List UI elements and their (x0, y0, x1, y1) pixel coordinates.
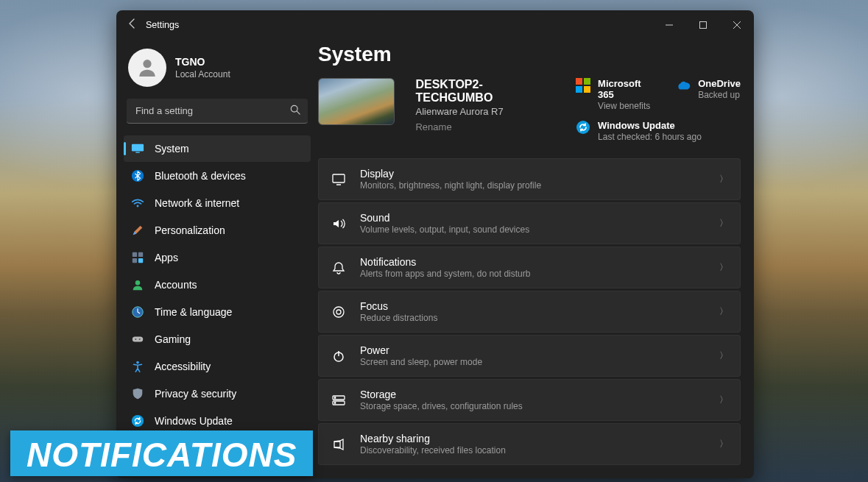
chevron-right-icon: 〉 (719, 261, 728, 274)
sidebar-item-label: Accounts (155, 279, 197, 291)
sidebar-item-label: Privacy & security (155, 388, 236, 400)
sidebar-item-personalization[interactable]: Personalization (124, 217, 311, 244)
focus-icon (331, 304, 347, 320)
setting-subtitle: Monitors, brightness, night light, displ… (360, 180, 706, 191)
minimize-icon (666, 21, 673, 29)
sidebar-item-label: Accessibility (155, 361, 211, 372)
sidebar-item-accessibility[interactable]: Accessibility (124, 353, 311, 380)
header-cards: Microsoft 365 View benefits OneDrive Bac… (576, 78, 741, 142)
svg-point-15 (135, 280, 140, 285)
sidebar-item-network[interactable]: Network & internet (124, 190, 311, 216)
search-input[interactable] (127, 99, 308, 124)
setting-subtitle: Volume levels, output, input, sound devi… (360, 224, 706, 235)
card-onedrive[interactable]: OneDrive Backed up (676, 78, 741, 111)
monitor-icon (131, 142, 144, 155)
profile-account-type: Local Account (175, 69, 230, 79)
chevron-right-icon: 〉 (719, 394, 728, 406)
svg-rect-1 (700, 22, 707, 29)
setting-row-notifications[interactable]: NotificationsAlerts from apps and system… (318, 247, 741, 288)
card-microsoft-365[interactable]: Microsoft 365 View benefits (576, 78, 654, 111)
svg-point-4 (143, 60, 151, 68)
chevron-right-icon: 〉 (719, 217, 728, 230)
device-model: Alienware Aurora R7 (415, 106, 555, 117)
title-bar: Settings (116, 10, 754, 40)
svg-rect-13 (133, 258, 137, 263)
wallpaper-preview (318, 78, 395, 125)
device-info: DESKTOP2-TECHGUMBO Alienware Aurora R7 R… (415, 78, 555, 132)
card-title: Windows Update (598, 120, 702, 131)
display-icon (331, 171, 347, 188)
setting-subtitle: Screen and sleep, power mode (360, 357, 706, 367)
microsoft-logo-icon (576, 78, 590, 93)
setting-row-storage[interactable]: StorageStorage space, drives, configurat… (318, 379, 741, 421)
close-button[interactable] (720, 10, 754, 40)
setting-row-nearby-sharing[interactable]: Nearby sharingDiscoverability, received … (318, 423, 741, 465)
sidebar-item-apps[interactable]: Apps (124, 244, 311, 271)
account-icon (131, 278, 144, 291)
back-button[interactable] (127, 18, 146, 32)
storage-icon (331, 392, 347, 408)
device-header: DESKTOP2-TECHGUMBO Alienware Aurora R7 R… (318, 78, 741, 142)
svg-rect-7 (132, 144, 144, 152)
setting-row-display[interactable]: DisplayMonitors, brightness, night light… (318, 158, 741, 200)
sidebar-item-label: Apps (155, 252, 178, 263)
close-icon (733, 21, 741, 29)
card-title: Microsoft 365 (598, 78, 654, 100)
setting-title: Power (360, 344, 706, 356)
window-controls (652, 10, 754, 40)
sidebar-item-gaming[interactable]: Gaming (124, 326, 311, 352)
card-title: OneDrive (698, 78, 741, 89)
profile-name: TGNO (175, 56, 230, 68)
svg-point-36 (334, 397, 336, 398)
power-icon (331, 348, 347, 364)
card-subtitle: Backed up (698, 90, 741, 100)
apps-icon (131, 251, 144, 264)
sidebar-item-label: Personalization (155, 224, 225, 236)
sidebar-item-system[interactable]: System (124, 135, 311, 162)
search-wrap (127, 99, 308, 124)
svg-rect-11 (133, 252, 137, 257)
setting-title: Display (360, 168, 706, 180)
svg-point-10 (137, 205, 139, 208)
settings-list: DisplayMonitors, brightness, night light… (318, 158, 741, 465)
overlay-banner: Notifications (10, 430, 313, 476)
svg-point-5 (291, 105, 297, 112)
rename-link[interactable]: Rename (415, 121, 555, 132)
chevron-right-icon: 〉 (719, 438, 728, 450)
svg-point-31 (336, 310, 341, 314)
search-icon (290, 104, 300, 117)
setting-title: Storage (360, 389, 706, 400)
setting-row-sound[interactable]: SoundVolume levels, output, input, sound… (318, 202, 741, 244)
svg-rect-25 (576, 86, 582, 93)
sidebar-nav: System Bluetooth & devices Network & int… (124, 135, 311, 434)
sidebar-item-time-language[interactable]: Time & language (124, 299, 311, 325)
svg-rect-24 (584, 78, 590, 85)
sidebar-item-accounts[interactable]: Accounts (124, 272, 311, 298)
sidebar-item-privacy[interactable]: Privacy & security (124, 380, 311, 407)
svg-point-27 (576, 121, 590, 134)
device-name: DESKTOP2-TECHGUMBO (415, 78, 555, 104)
arrow-left-icon (127, 18, 138, 29)
update-icon (131, 414, 144, 428)
app-title: Settings (146, 20, 179, 30)
setting-title: Notifications (360, 256, 706, 268)
card-windows-update[interactable]: Windows Update Last checked: 6 hours ago (576, 120, 741, 142)
sidebar-item-label: Gaming (155, 333, 191, 345)
update-icon (576, 120, 590, 135)
sidebar-item-label: System (155, 143, 189, 155)
svg-rect-8 (135, 152, 139, 153)
svg-point-30 (334, 307, 344, 317)
share-icon (331, 436, 347, 453)
settings-window: Settings TGNO Local Account (116, 10, 754, 478)
maximize-button[interactable] (686, 10, 720, 40)
svg-point-21 (136, 361, 139, 364)
minimize-button[interactable] (652, 10, 686, 40)
setting-row-power[interactable]: PowerScreen and sleep, power mode 〉 (318, 335, 741, 377)
setting-row-focus[interactable]: FocusReduce distractions 〉 (318, 291, 741, 333)
sidebar-item-label: Windows Update (155, 415, 233, 427)
setting-subtitle: Alerts from apps and system, do not dist… (360, 269, 706, 279)
profile-block[interactable]: TGNO Local Account (124, 40, 311, 99)
chevron-right-icon: 〉 (719, 350, 728, 362)
sidebar-item-bluetooth[interactable]: Bluetooth & devices (124, 163, 311, 189)
accessibility-icon (131, 360, 144, 373)
